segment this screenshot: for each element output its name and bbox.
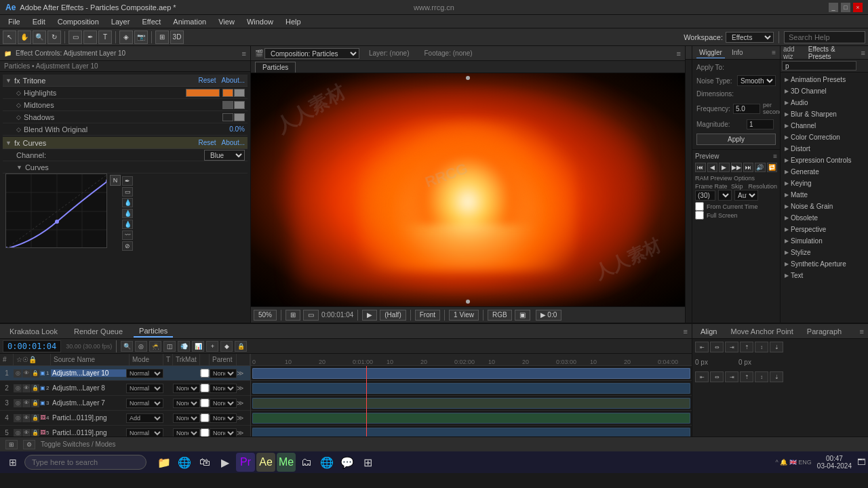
align-top-btn[interactable]: ⇡ xyxy=(740,342,753,352)
ep-blur-header[interactable]: ▶ Blur & Sharpen xyxy=(782,108,867,119)
taskbar-me[interactable]: Me xyxy=(277,453,296,472)
minimize-button[interactable]: _ xyxy=(829,3,838,12)
ep-anim-presets-header[interactable]: ▶ Animation Presets xyxy=(782,74,867,85)
start-button[interactable]: ⊞ xyxy=(3,453,23,472)
taskbar-discord[interactable]: 💬 xyxy=(338,453,357,472)
from-current-check[interactable] xyxy=(695,202,704,211)
taskbar-browser[interactable]: 🌐 xyxy=(317,453,336,472)
layer-parent-3[interactable]: None xyxy=(210,399,237,408)
dist-top-btn[interactable]: ⇡ xyxy=(740,371,753,382)
layer-check-1[interactable] xyxy=(200,369,210,378)
layer-5-solo[interactable]: ◎ xyxy=(14,429,22,437)
track-bar-5[interactable] xyxy=(252,428,690,436)
tl-tab-krakatoa[interactable]: Krakatoa Look xyxy=(4,326,63,337)
tl-solo-btn[interactable]: ◎ xyxy=(135,341,147,352)
zoom-btn[interactable]: 50% xyxy=(254,310,277,321)
layer-parent-5[interactable]: None xyxy=(210,428,237,437)
ep-obsolete-header[interactable]: ▶ Obsolete xyxy=(782,212,867,223)
playhead[interactable] xyxy=(366,366,367,436)
ep-audio-header[interactable]: ▶ Audio xyxy=(782,97,867,108)
menu-edit[interactable]: Edit xyxy=(27,16,51,27)
ep-stylize-header[interactable]: ▶ Stylize xyxy=(782,247,867,258)
layer-row-3[interactable]: 3 ◎ 👁 🔒 ▣ 3 Adjustm...Layer 7 Normal xyxy=(0,396,250,411)
curves-graph[interactable] xyxy=(5,174,107,248)
layer-1-lock[interactable]: 🔒 xyxy=(31,369,39,378)
track-area[interactable]: 0 10 20 0:01:00 10 20 0:02:00 10 20 0:03… xyxy=(251,354,692,436)
resolution-dropdown[interactable]: Auto Full Half xyxy=(734,190,758,201)
comp-dropdown[interactable]: Composition: Particles xyxy=(264,48,359,59)
mid-swatch2[interactable] xyxy=(234,101,245,109)
taskbar-home[interactable]: ⊞ xyxy=(358,453,377,472)
goto-end-btn[interactable]: ⏭ xyxy=(743,163,754,172)
taskbar-explorer[interactable]: 📁 xyxy=(155,453,174,472)
menu-view[interactable]: View xyxy=(213,16,240,27)
layer-row-4[interactable]: 4 ◎ 👁 🔒 🖼 4 Particl...0119].png Add Norm… xyxy=(0,411,250,426)
layer-5-eye[interactable]: 👁 xyxy=(22,429,31,437)
tracker-header[interactable] xyxy=(686,46,692,60)
layer-parent-2[interactable]: None xyxy=(210,384,237,393)
ch-r[interactable] xyxy=(222,89,233,97)
align-center-v-btn[interactable]: ↕ xyxy=(755,342,768,352)
ch-g[interactable] xyxy=(234,89,245,97)
curve-select-tool[interactable]: ▭ xyxy=(122,187,133,197)
layer-4-eye[interactable]: 👁 xyxy=(22,414,31,422)
layer-row-1[interactable]: 1 ◎ 👁 🔒 ▣ 1 Adjustm...Layer 10 Normal Ad… xyxy=(0,366,250,381)
tool-pen[interactable]: ✒ xyxy=(83,30,97,44)
layer-3-eye[interactable]: 👁 xyxy=(22,399,31,407)
taskbar-store[interactable]: 🛍 xyxy=(195,453,214,472)
channel-dropdown[interactable]: Blue RGB Red Green Alpha xyxy=(204,150,245,161)
menu-effect[interactable]: Effect xyxy=(136,16,166,27)
comp-panel-options[interactable]: ≡ xyxy=(677,49,681,58)
highlights-swatch[interactable] xyxy=(186,89,220,97)
layer-trimate-3[interactable]: None xyxy=(173,399,200,408)
ram-preview-options[interactable]: RAM Preview Options xyxy=(695,175,777,182)
dist-right-btn[interactable]: ⇥ xyxy=(725,371,738,382)
tritone-reset[interactable]: Reset xyxy=(198,77,216,84)
add-wiz-tab[interactable]: add wiz xyxy=(783,46,806,60)
ep-color-header[interactable]: ▶ Color Correction xyxy=(782,131,867,142)
tl-tab-render[interactable]: Render Queue xyxy=(68,326,128,337)
curves-reset[interactable]: Reset xyxy=(198,139,216,146)
step-back-btn[interactable]: ◀ xyxy=(707,163,718,172)
tl-search-btn[interactable]: 🔍 xyxy=(121,341,133,352)
status-options-btn[interactable]: ⚙ xyxy=(23,440,35,449)
taskbar-clock[interactable]: 00:47 03-04-2024 xyxy=(817,455,852,470)
ep-perspective-header[interactable]: ▶ Perspective xyxy=(782,224,867,235)
track-bar-4[interactable] xyxy=(252,413,690,424)
curves-header[interactable]: ▼ fx Curves Reset About... xyxy=(3,137,248,149)
ep-text-header[interactable]: ▶ Text xyxy=(782,270,867,281)
taskbar-aftereffects[interactable]: Ae xyxy=(256,453,275,472)
layer-5-lock[interactable]: 🔒 xyxy=(31,429,39,437)
tool-text[interactable]: T xyxy=(98,30,112,44)
layer-mode-5[interactable]: Normal xyxy=(126,428,163,437)
shadow-swatch[interactable] xyxy=(222,113,233,121)
layer-check-3[interactable] xyxy=(200,399,210,407)
step-fwd-btn[interactable]: ▶▶ xyxy=(731,163,742,172)
taskbar-edge[interactable]: 🌐 xyxy=(175,453,194,472)
menu-composition[interactable]: Composition xyxy=(52,16,104,27)
ep-generate-header[interactable]: ▶ Generate xyxy=(782,166,867,177)
layer-mode-1[interactable]: Normal Add Multiply xyxy=(126,369,163,378)
ep-options[interactable]: ≡ xyxy=(861,49,865,57)
fullscreen-check[interactable] xyxy=(695,211,704,220)
align-right-btn[interactable]: ⇥ xyxy=(725,342,738,352)
wiggler-options[interactable]: ≡ xyxy=(772,49,776,56)
tl-motion-blur-btn[interactable]: 💨 xyxy=(178,341,190,352)
menu-help[interactable]: Help xyxy=(280,16,307,27)
safe-margin-btn[interactable]: ▭ xyxy=(303,310,319,321)
curve-eyedrop1[interactable]: 💧 xyxy=(122,198,133,207)
track-bar-3[interactable] xyxy=(252,398,690,409)
particles-tab[interactable]: Particles xyxy=(255,62,296,73)
wiggler-tab[interactable]: Wiggler xyxy=(696,47,725,58)
tl-options-btn[interactable]: ≡ xyxy=(684,327,688,336)
panel-options-btn[interactable]: ≡ xyxy=(242,49,246,58)
layer-1-eye[interactable]: 👁 xyxy=(22,369,31,378)
tritone-header[interactable]: ▼ fx Tritone Reset About... xyxy=(3,75,248,87)
magnitude-input[interactable] xyxy=(747,119,774,129)
goto-start-btn[interactable]: ⏮ xyxy=(695,163,706,172)
ep-channel-header[interactable]: ▶ Channel xyxy=(782,120,867,131)
curves-n-btn[interactable]: N xyxy=(110,175,121,186)
layer-parent-4[interactable]: None xyxy=(210,413,237,423)
help-search-input[interactable] xyxy=(784,31,865,43)
layer-check-2[interactable] xyxy=(200,384,210,392)
